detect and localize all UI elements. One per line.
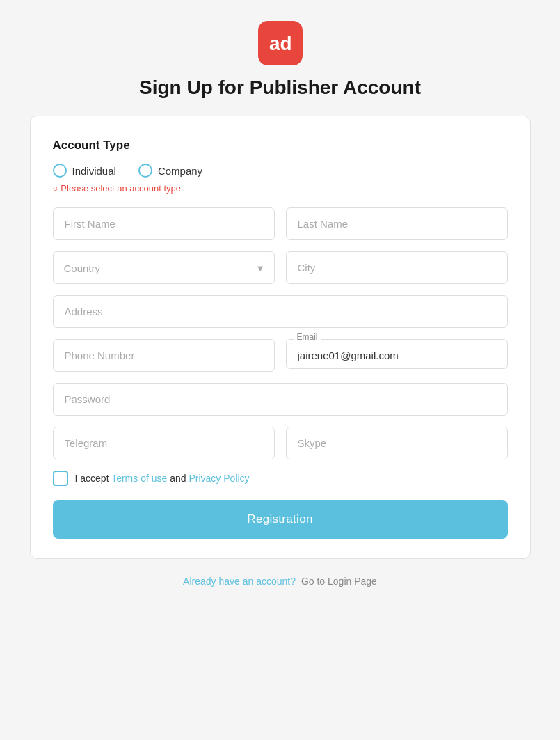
already-have-account-link[interactable]: Already have an account?: [183, 576, 296, 587]
account-type-section-label: Account Type: [53, 139, 508, 152]
telegram-skype-row: [53, 427, 508, 459]
error-text: Please select an account type: [61, 183, 181, 194]
terms-middle: and: [167, 473, 189, 484]
individual-radio-label[interactable]: Individual: [53, 164, 116, 178]
telegram-field: [53, 427, 275, 459]
logo-box: ad: [258, 21, 303, 65]
company-label: Company: [158, 165, 202, 177]
error-bullet: ○: [53, 183, 58, 194]
first-name-field: [53, 207, 275, 240]
phone-email-row: Email: [53, 339, 508, 372]
phone-field: [53, 339, 275, 372]
password-field: [53, 383, 508, 416]
form-card: Account Type Individual Company ○ Please…: [30, 116, 531, 559]
city-input[interactable]: [286, 251, 508, 284]
go-to-login-text: Go to Login Page: [301, 576, 377, 587]
name-row: [53, 207, 508, 240]
first-name-input[interactable]: [53, 207, 275, 240]
last-name-input[interactable]: [286, 207, 508, 240]
skype-field: [286, 427, 508, 459]
company-radio[interactable]: [138, 164, 152, 178]
account-type-error: ○ Please select an account type: [53, 183, 508, 194]
password-row: [53, 383, 508, 416]
page-title: Sign Up for Publisher Account: [139, 77, 421, 99]
address-row: [53, 295, 508, 328]
address-field: [53, 295, 508, 328]
skype-input[interactable]: [286, 427, 508, 459]
terms-text: I accept Terms of use and Privacy Policy: [75, 473, 250, 484]
email-input[interactable]: [286, 339, 508, 369]
address-input[interactable]: [53, 295, 508, 328]
country-field: ▼ Country: [53, 251, 275, 284]
last-name-field: [286, 207, 508, 240]
country-select[interactable]: [53, 251, 275, 284]
terms-prefix: I accept: [75, 473, 112, 484]
email-wrapper: Email: [286, 339, 508, 369]
account-type-row: Individual Company: [53, 164, 508, 178]
terms-checkbox[interactable]: [53, 471, 68, 486]
individual-radio[interactable]: [53, 164, 67, 178]
company-radio-label[interactable]: Company: [138, 164, 202, 178]
email-floating-label: Email: [294, 332, 321, 342]
email-field: Email: [286, 339, 508, 372]
country-city-row: ▼ Country: [53, 251, 508, 284]
terms-row: I accept Terms of use and Privacy Policy: [53, 471, 508, 486]
login-link-row: Already have an account? Go to Login Pag…: [183, 576, 377, 587]
logo-container: ad: [258, 21, 303, 65]
individual-label: Individual: [72, 165, 116, 177]
phone-input[interactable]: [53, 339, 275, 372]
svg-text:ad: ad: [269, 33, 292, 54]
terms-of-use-link[interactable]: Terms of use: [111, 473, 167, 484]
register-button[interactable]: Registration: [53, 500, 508, 539]
privacy-policy-link[interactable]: Privacy Policy: [189, 473, 249, 484]
logo-icon: ad: [266, 29, 294, 57]
country-select-wrapper: ▼ Country: [53, 251, 275, 284]
password-input[interactable]: [53, 383, 508, 416]
telegram-input[interactable]: [53, 427, 275, 459]
city-field: [286, 251, 508, 284]
